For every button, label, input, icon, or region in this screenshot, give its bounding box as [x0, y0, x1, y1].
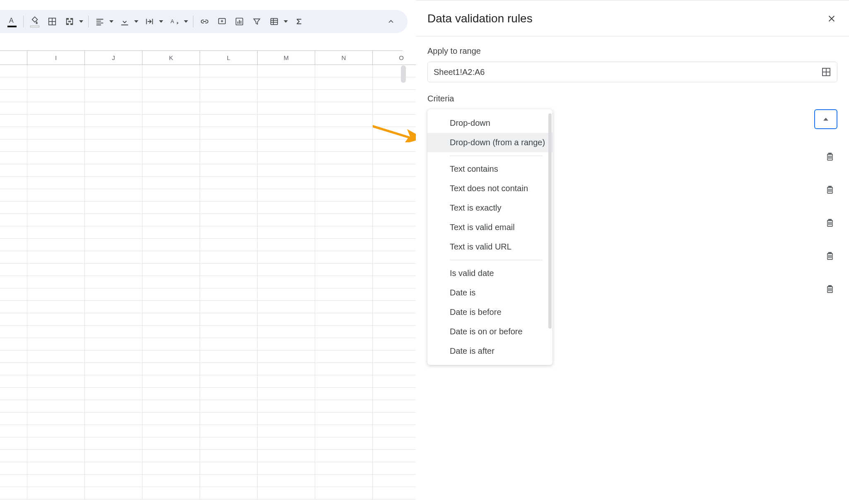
cell[interactable] [85, 115, 142, 127]
cell[interactable] [0, 152, 27, 164]
cell[interactable] [85, 264, 142, 276]
cell[interactable] [27, 177, 85, 189]
criteria-option[interactable]: Text is valid URL [427, 237, 552, 257]
cell[interactable] [27, 462, 85, 475]
cell[interactable] [315, 164, 373, 177]
cell[interactable] [0, 350, 27, 363]
cell[interactable] [0, 363, 27, 375]
cell[interactable] [258, 425, 315, 437]
horizontal-align-button[interactable] [92, 14, 107, 29]
cell[interactable] [0, 127, 27, 139]
cell[interactable] [258, 338, 315, 350]
cell[interactable] [85, 189, 142, 202]
cell[interactable] [85, 214, 142, 226]
cell[interactable] [142, 152, 200, 164]
cell[interactable] [27, 400, 85, 413]
cell[interactable] [27, 363, 85, 375]
cell[interactable] [0, 326, 27, 338]
cell[interactable] [200, 288, 258, 301]
cell[interactable] [85, 239, 142, 251]
cell[interactable] [315, 450, 373, 462]
cell[interactable] [258, 251, 315, 264]
text-rotation-dropdown[interactable]: A [166, 14, 189, 29]
cell[interactable] [85, 102, 142, 115]
cell[interactable] [0, 437, 27, 450]
cell[interactable] [315, 251, 373, 264]
cell[interactable] [315, 177, 373, 189]
cell[interactable] [27, 90, 85, 102]
cell[interactable] [0, 139, 27, 152]
cell[interactable] [0, 251, 27, 264]
cell[interactable] [27, 437, 85, 450]
cell[interactable] [142, 338, 200, 350]
cell[interactable] [200, 189, 258, 202]
cell[interactable] [200, 413, 258, 425]
horizontal-align-dropdown[interactable] [91, 14, 114, 29]
cell[interactable] [0, 288, 27, 301]
cell[interactable] [258, 288, 315, 301]
delete-option-button[interactable] [822, 182, 837, 197]
cell[interactable] [142, 326, 200, 338]
cell[interactable] [315, 363, 373, 375]
cell[interactable] [258, 189, 315, 202]
cell[interactable] [200, 226, 258, 239]
select-range-button[interactable] [821, 67, 831, 77]
cell[interactable] [0, 388, 27, 400]
cell[interactable] [315, 77, 373, 90]
vertical-scrollbar-thumb[interactable] [401, 65, 406, 83]
cell[interactable] [200, 152, 258, 164]
cell[interactable] [27, 102, 85, 115]
cell[interactable] [142, 214, 200, 226]
cell[interactable] [258, 127, 315, 139]
cell[interactable] [27, 425, 85, 437]
cell[interactable] [200, 487, 258, 499]
insert-chart-button[interactable] [232, 14, 247, 29]
column-header[interactable]: K [142, 51, 200, 65]
delete-option-button[interactable] [822, 215, 837, 230]
column-header[interactable]: J [85, 51, 142, 65]
cell[interactable] [258, 437, 315, 450]
cell[interactable] [258, 413, 315, 425]
cell[interactable] [0, 226, 27, 239]
criteria-option[interactable]: Text contains [427, 159, 552, 179]
cell[interactable] [27, 313, 85, 326]
cell[interactable] [0, 115, 27, 127]
cell[interactable] [258, 202, 315, 214]
merge-cells-dropdown[interactable] [61, 14, 84, 29]
cell[interactable] [0, 77, 27, 90]
cell[interactable] [142, 77, 200, 90]
cell[interactable] [315, 239, 373, 251]
cell[interactable] [258, 450, 315, 462]
cell[interactable] [0, 177, 27, 189]
close-sidepanel-button[interactable] [824, 11, 839, 26]
cell[interactable] [258, 276, 315, 288]
vertical-align-dropdown[interactable] [116, 14, 139, 29]
cell[interactable] [258, 139, 315, 152]
cell[interactable] [0, 313, 27, 326]
cell[interactable] [200, 338, 258, 350]
cell[interactable] [85, 400, 142, 413]
cell[interactable] [85, 450, 142, 462]
cell[interactable] [27, 115, 85, 127]
cell[interactable] [258, 102, 315, 115]
cell[interactable] [142, 102, 200, 115]
cell[interactable] [258, 239, 315, 251]
cell[interactable] [315, 276, 373, 288]
cell[interactable] [0, 264, 27, 276]
cell[interactable] [315, 437, 373, 450]
cell[interactable] [85, 487, 142, 499]
cell[interactable] [85, 202, 142, 214]
cell[interactable] [85, 77, 142, 90]
cell[interactable] [200, 177, 258, 189]
criteria-option[interactable]: Drop-down [427, 113, 552, 133]
cell[interactable] [258, 214, 315, 226]
text-rotation-button[interactable]: A [167, 14, 182, 29]
cell[interactable] [0, 239, 27, 251]
cell[interactable] [27, 65, 85, 77]
cell[interactable] [85, 475, 142, 487]
cell[interactable] [142, 239, 200, 251]
cell[interactable] [200, 77, 258, 90]
cell[interactable] [315, 115, 373, 127]
dropdown-scrollbar-thumb[interactable] [548, 113, 552, 329]
cell[interactable] [0, 90, 27, 102]
